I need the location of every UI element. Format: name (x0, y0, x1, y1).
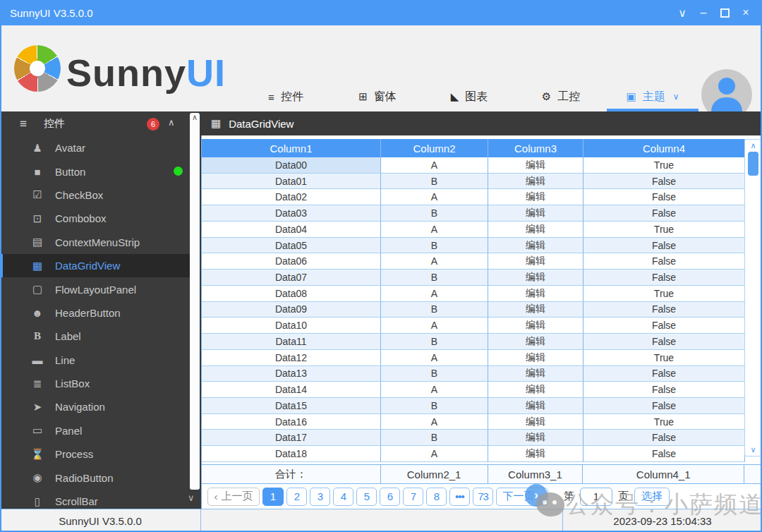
table-cell[interactable]: 编辑 (488, 430, 583, 446)
page-button[interactable]: 4 (333, 488, 353, 506)
table-cell[interactable]: Data03 (202, 205, 381, 222)
table-row[interactable]: Data15 B 编辑 False (202, 398, 745, 414)
sidebar-scrollbar[interactable]: ∧ (190, 113, 200, 490)
table-cell[interactable]: Data06 (202, 253, 381, 270)
scroll-up-icon[interactable]: ∧ (190, 113, 200, 122)
table-row[interactable]: Data11 B 编辑 False (202, 334, 745, 350)
minimize-button[interactable]: – (693, 2, 714, 23)
table-cell[interactable]: Data14 (202, 382, 381, 398)
table-cell[interactable]: 编辑 (488, 334, 583, 350)
table-row[interactable]: Data03 B 编辑 False (202, 205, 745, 222)
sidebar-item[interactable]: ⌛ Process (0, 442, 190, 466)
table-cell[interactable]: False (583, 253, 745, 270)
table-cell[interactable]: Data08 (202, 286, 381, 302)
page-button[interactable]: 7 (403, 488, 423, 506)
scroll-up-icon[interactable]: ∧ (745, 141, 761, 150)
sidebar-item[interactable]: B Label (0, 325, 190, 348)
close-button[interactable]: × (735, 2, 756, 23)
table-cell[interactable]: False (583, 382, 745, 398)
table-cell[interactable]: Data10 (202, 318, 381, 334)
sidebar-item[interactable]: ▦ DataGridView (0, 254, 190, 277)
table-row[interactable]: Data00 A 编辑 True (202, 157, 745, 174)
nav-tab[interactable]: ⚙ 工控 ∨ (515, 82, 607, 111)
column-header[interactable]: Column1 (202, 139, 381, 157)
sidebar-item[interactable]: ≣ ListBox (0, 372, 190, 395)
page-button[interactable]: 5 (356, 488, 377, 506)
sidebar-item[interactable]: ☑ CheckBox (0, 183, 190, 207)
maximize-button[interactable] (714, 2, 735, 23)
nav-tab[interactable]: ▣ 主题 ∨ (607, 82, 698, 111)
scrollbar-thumb[interactable] (748, 152, 758, 176)
table-row[interactable]: Data10 A 编辑 False (202, 318, 745, 334)
column-header[interactable]: Column3 (488, 139, 583, 157)
table-row[interactable]: Data13 B 编辑 False (202, 366, 745, 382)
page-button[interactable]: 1 (262, 488, 284, 506)
table-cell[interactable]: False (583, 238, 745, 254)
table-cell[interactable]: Data00 (202, 157, 381, 174)
sidebar-item[interactable]: ■ Button (0, 159, 190, 183)
table-cell[interactable]: False (583, 205, 745, 222)
table-row[interactable]: Data04 A 编辑 True (202, 222, 745, 238)
table-cell[interactable]: B (381, 174, 488, 190)
table-cell[interactable]: Data07 (202, 270, 381, 286)
table-row[interactable]: Data14 A 编辑 False (202, 382, 745, 398)
sidebar-item[interactable]: ▬ Line (0, 349, 190, 372)
table-cell[interactable]: 编辑 (488, 398, 583, 414)
table-cell[interactable]: Data09 (202, 302, 381, 318)
table-cell[interactable]: Data02 (202, 189, 381, 205)
table-cell[interactable]: Data12 (202, 350, 381, 366)
table-cell[interactable]: A (381, 382, 488, 398)
table-cell[interactable]: True (583, 286, 745, 302)
table-cell[interactable]: A (381, 414, 488, 430)
table-cell[interactable]: Data01 (202, 174, 381, 190)
table-cell[interactable]: A (381, 222, 488, 238)
table-cell[interactable]: False (583, 318, 745, 334)
sidebar-item[interactable]: ▢ FlowLayoutPanel (0, 277, 190, 301)
table-row[interactable]: Data02 A 编辑 False (202, 189, 745, 205)
table-cell[interactable]: True (583, 414, 745, 430)
table-cell[interactable]: False (583, 270, 745, 286)
sidebar-item[interactable]: ◉ RadioButton (0, 466, 190, 489)
table-cell[interactable]: False (583, 334, 745, 350)
table-cell[interactable]: 编辑 (488, 270, 583, 286)
chevron-up-icon[interactable]: ∧ (168, 117, 175, 128)
table-row[interactable]: Data07 B 编辑 False (202, 270, 745, 286)
sidebar-item[interactable]: ⊡ Combobox (0, 207, 190, 230)
table-row[interactable]: Data09 B 编辑 False (202, 302, 745, 318)
scroll-down-icon[interactable]: ∨ (745, 445, 761, 454)
select-page-button[interactable]: 选择 (634, 488, 670, 506)
table-row[interactable]: Data18 A 编辑 False (202, 446, 745, 462)
table-cell[interactable]: B (381, 238, 488, 254)
table-cell[interactable]: 编辑 (488, 446, 583, 462)
table-cell[interactable]: B (381, 334, 488, 350)
table-cell[interactable]: 编辑 (488, 189, 583, 205)
table-cell[interactable]: True (583, 157, 745, 174)
table-cell[interactable]: B (381, 366, 488, 382)
table-cell[interactable]: A (381, 286, 488, 302)
table-cell[interactable]: False (583, 446, 745, 462)
table-cell[interactable]: 编辑 (488, 253, 583, 270)
table-row[interactable]: Data12 A 编辑 True (202, 350, 745, 366)
table-cell[interactable]: B (381, 398, 488, 414)
table-cell[interactable]: 编辑 (488, 350, 583, 366)
table-cell[interactable]: A (381, 253, 488, 270)
sidebar-item[interactable]: ➤ Navigation (0, 395, 190, 418)
table-cell[interactable]: A (381, 318, 488, 334)
table-cell[interactable]: A (381, 189, 488, 205)
table-cell[interactable]: 编辑 (488, 238, 583, 254)
nav-tab[interactable]: ◣ 图表 ∨ (423, 82, 515, 111)
page-number-input[interactable] (580, 488, 612, 506)
table-cell[interactable]: B (381, 205, 488, 222)
prev-page-button[interactable]: ‹ 上一页 (207, 488, 260, 506)
scroll-down-icon[interactable]: ∨ (188, 492, 195, 503)
table-cell[interactable]: Data13 (202, 366, 381, 382)
table-cell[interactable]: Data15 (202, 398, 381, 414)
column-header[interactable]: Column4 (583, 139, 745, 157)
table-cell[interactable]: Data11 (202, 334, 381, 350)
sidebar-item[interactable]: ▭ Panel (0, 419, 190, 442)
table-row[interactable]: Data17 B 编辑 False (202, 430, 745, 446)
table-cell[interactable]: A (381, 446, 488, 462)
table-cell[interactable]: 编辑 (488, 157, 583, 174)
nav-tab[interactable]: ≡ 控件 ∨ (240, 82, 332, 111)
table-cell[interactable]: 编辑 (488, 382, 583, 398)
